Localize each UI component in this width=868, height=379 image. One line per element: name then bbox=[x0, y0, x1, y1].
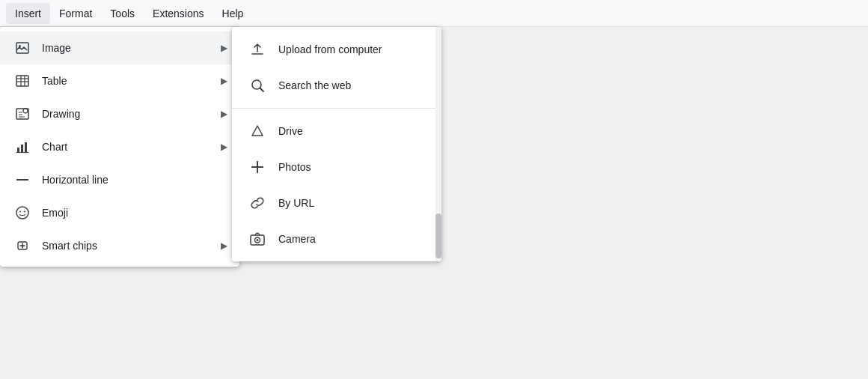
svg-rect-11 bbox=[25, 142, 27, 152]
menu-item-insert[interactable]: Insert bbox=[6, 3, 50, 24]
smart-chips-label: Smart chips bbox=[42, 240, 221, 252]
image-label: Image bbox=[42, 42, 221, 54]
drive-label: Drive bbox=[278, 125, 303, 137]
svg-line-19 bbox=[260, 88, 264, 92]
url-icon bbox=[247, 192, 268, 213]
svg-rect-2 bbox=[16, 76, 28, 86]
menu-item-tools[interactable]: Tools bbox=[101, 3, 144, 24]
submenu-drive[interactable]: Drive bbox=[232, 113, 441, 149]
svg-point-22 bbox=[257, 239, 259, 241]
svg-point-17 bbox=[22, 245, 24, 247]
insert-menu-horizontal-line[interactable]: Horizontal line bbox=[0, 163, 239, 196]
chart-label: Chart bbox=[42, 141, 221, 153]
table-label: Table bbox=[42, 75, 221, 87]
svg-rect-7 bbox=[16, 109, 28, 119]
submenu-camera[interactable]: Camera bbox=[232, 221, 441, 257]
drawing-arrow: ▶ bbox=[221, 109, 227, 119]
emoji-icon bbox=[12, 202, 33, 223]
search-web-icon bbox=[247, 75, 268, 96]
insert-menu-smart-chips[interactable]: Smart chips ▶ bbox=[0, 229, 239, 262]
submenu-photos[interactable]: Photos bbox=[232, 149, 441, 185]
horizontal-line-label: Horizontal line bbox=[42, 174, 227, 186]
svg-point-16 bbox=[24, 211, 25, 213]
menu-item-help[interactable]: Help bbox=[213, 3, 253, 24]
image-icon bbox=[12, 37, 33, 58]
svg-rect-9 bbox=[17, 148, 19, 152]
search-web-label: Search the web bbox=[278, 79, 351, 91]
drive-icon bbox=[247, 121, 268, 142]
chart-icon bbox=[12, 136, 33, 157]
camera-icon bbox=[247, 228, 268, 249]
insert-menu-chart[interactable]: Chart ▶ bbox=[0, 130, 239, 163]
insert-menu-emoji[interactable]: Emoji bbox=[0, 196, 239, 229]
smart-chips-icon bbox=[12, 235, 33, 256]
svg-point-8 bbox=[23, 109, 28, 113]
upload-label: Upload from computer bbox=[278, 43, 382, 55]
insert-menu: Image ▶ Table ▶ bbox=[0, 27, 239, 267]
svg-point-15 bbox=[19, 211, 21, 213]
submenu-by-url[interactable]: By URL bbox=[232, 185, 441, 221]
menu-item-format[interactable]: Format bbox=[50, 3, 101, 24]
submenu-scrollbar-thumb bbox=[435, 213, 441, 258]
submenu-search-web[interactable]: Search the web bbox=[232, 67, 441, 103]
url-label: By URL bbox=[278, 197, 314, 209]
image-arrow: ▶ bbox=[221, 43, 227, 53]
menu-item-extensions[interactable]: Extensions bbox=[144, 3, 213, 24]
photos-label: Photos bbox=[278, 161, 311, 173]
photos-icon bbox=[247, 157, 268, 178]
table-icon bbox=[12, 70, 33, 91]
submenu-upload[interactable]: Upload from computer bbox=[232, 31, 441, 67]
image-submenu: Upload from computer Search the web Driv… bbox=[232, 27, 441, 261]
table-arrow: ▶ bbox=[221, 76, 227, 86]
camera-label: Camera bbox=[278, 233, 316, 245]
insert-menu-table[interactable]: Table ▶ bbox=[0, 64, 239, 97]
drawing-label: Drawing bbox=[42, 108, 221, 120]
svg-point-14 bbox=[16, 207, 28, 219]
chart-arrow: ▶ bbox=[221, 142, 227, 152]
horizontal-line-icon bbox=[12, 169, 33, 190]
insert-menu-drawing[interactable]: Drawing ▶ bbox=[0, 97, 239, 130]
smart-chips-arrow: ▶ bbox=[221, 240, 227, 251]
upload-icon bbox=[247, 39, 268, 60]
menu-bar: Insert Format Tools Extensions Help bbox=[0, 0, 868, 27]
insert-menu-image[interactable]: Image ▶ bbox=[0, 31, 239, 64]
drawing-icon bbox=[12, 103, 33, 124]
svg-rect-10 bbox=[21, 145, 23, 152]
emoji-label: Emoji bbox=[42, 207, 227, 219]
submenu-divider bbox=[232, 108, 441, 109]
submenu-scrollbar[interactable] bbox=[435, 27, 441, 261]
